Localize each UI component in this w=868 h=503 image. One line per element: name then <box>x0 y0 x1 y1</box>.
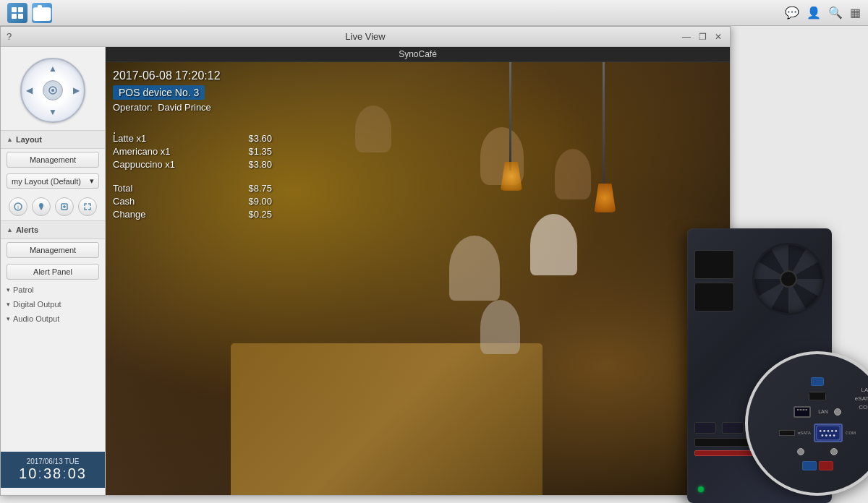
alerts-section-header[interactable]: ▲ Alerts <box>1 220 105 239</box>
alerts-management-button[interactable]: Management <box>7 242 99 258</box>
pos-total-row: Total $8.75 <box>113 183 272 194</box>
camera-app-icon[interactable] <box>32 3 52 23</box>
close-button[interactable]: ✕ <box>712 31 724 43</box>
layout-management-button[interactable]: Management <box>7 152 99 168</box>
person-silhouette-2 <box>555 149 591 199</box>
svg-text:i: i <box>17 205 19 210</box>
esata-port <box>779 430 795 436</box>
usb3-port <box>811 377 824 386</box>
ptz-circle: ▲ ▼ ◀ ▶ <box>20 58 85 123</box>
pos-divider <box>113 172 272 179</box>
table-surface <box>231 343 543 495</box>
ptz-up-button[interactable]: ▲ <box>48 64 57 74</box>
chat-icon[interactable]: 💬 <box>785 6 799 20</box>
alerts-chevron-icon: ▲ <box>7 226 13 233</box>
port-labels: LAN eSATA COM <box>855 387 868 410</box>
digital-output-chevron-icon: ▾ <box>7 301 10 308</box>
fullscreen-button[interactable] <box>78 197 97 216</box>
pos-item-row-1: Americano x1 $1.35 <box>113 146 272 157</box>
hdmi-port-row <box>779 392 856 400</box>
person-silhouette-6 <box>355 106 391 152</box>
svg-rect-6 <box>38 5 42 9</box>
svg-point-18 <box>831 429 833 431</box>
lan-port <box>793 406 811 418</box>
esata-label-inline: eSATA <box>798 431 811 435</box>
layout-dropdown-value: my Layout (Default) <box>12 177 81 186</box>
patrol-section[interactable]: ▾ Patrol <box>1 283 105 297</box>
pos-item-row-0: Latte x1 $3.60 <box>113 133 272 144</box>
pos-overlay: 2017-06-08 17:20:12 POS device No. 3 Ope… <box>113 69 272 222</box>
svg-point-23 <box>833 434 835 437</box>
apps-icon[interactable] <box>7 3 27 23</box>
pos-items: Latte x1 $3.60 Americano x1 $1.35 Cappuc… <box>113 133 272 170</box>
time-minutes: 38 <box>43 465 62 481</box>
colon2: : <box>62 465 68 481</box>
ptz-right-button[interactable]: ▶ <box>73 85 80 95</box>
app-body: ▲ ▼ ◀ ▶ ▲ Layout Management <box>1 47 730 495</box>
person-silhouette-4 <box>530 214 577 275</box>
nas-hdd-slots <box>694 250 734 311</box>
lan-label-inline: LAN <box>818 409 828 414</box>
lan-port-label: LAN <box>855 387 868 393</box>
nas-fan <box>752 243 825 315</box>
svg-rect-3 <box>18 14 23 19</box>
layout-dropdown[interactable]: my Layout (Default) ▾ <box>7 173 99 189</box>
hdmi-port <box>809 392 826 400</box>
esata-port-label: eSATA <box>855 395 868 402</box>
help-button[interactable]: ? <box>7 31 12 42</box>
audio-output-label: Audio Output <box>13 314 59 323</box>
pos-spacer: . <box>113 124 272 127</box>
patrol-label: Patrol <box>13 285 34 294</box>
taskbar-right: 💬 👤 🔍 ▦ <box>785 6 861 20</box>
pos-change-row: Change $0.25 <box>113 209 272 220</box>
alerts-label: Alerts <box>16 225 38 234</box>
menu-icon[interactable]: ▦ <box>850 6 861 20</box>
nas-usb-1 <box>694 422 716 434</box>
digital-output-section[interactable]: ▾ Digital Output <box>1 297 105 311</box>
serial-port <box>814 424 843 442</box>
colon1: : <box>38 465 43 481</box>
location-button[interactable] <box>32 197 51 216</box>
pos-device: POS device No. 3 <box>113 85 205 100</box>
com-label-inline: COM <box>846 431 856 435</box>
camera-title-bar: SynoCafé <box>106 47 730 62</box>
expand-button[interactable] <box>55 197 74 216</box>
title-bar: ? Live View — ❐ ✕ <box>1 27 730 47</box>
search-icon[interactable]: 🔍 <box>828 6 843 20</box>
user-icon[interactable]: 👤 <box>807 6 821 20</box>
ptz-left-button[interactable]: ◀ <box>26 85 33 95</box>
sidebar: ▲ ▼ ◀ ▶ ▲ Layout Management <box>1 47 106 495</box>
item-name-0: Latte x1 <box>113 133 146 144</box>
restore-button[interactable]: ❐ <box>697 31 708 43</box>
svg-point-15 <box>820 429 822 431</box>
item-price-2: $3.80 <box>248 159 272 170</box>
nas-power-led <box>698 486 704 492</box>
sidebar-toolbar: i <box>1 193 105 220</box>
patrol-chevron-icon: ▾ <box>7 286 10 293</box>
layout-section-header[interactable]: ▲ Layout <box>1 130 105 149</box>
ptz-center[interactable] <box>43 80 63 100</box>
info-button[interactable]: i <box>9 197 27 216</box>
ptz-down-button[interactable]: ▼ <box>48 107 57 117</box>
person-silhouette-3 <box>449 236 500 301</box>
minimize-button[interactable]: — <box>681 31 692 43</box>
alert-panel-button[interactable]: Alert Panel <box>7 264 99 280</box>
time-hours: 10 <box>19 465 38 481</box>
total-value: $8.75 <box>248 183 272 194</box>
svg-point-20 <box>822 434 824 437</box>
pos-operator: Operator: David Prince <box>113 102 272 113</box>
usb-blue-bottom <box>802 461 817 470</box>
audio-output-section[interactable]: ▾ Audio Output <box>1 311 105 326</box>
svg-rect-14 <box>817 426 840 440</box>
serial-dots-svg <box>815 424 841 442</box>
window-controls: — ❐ ✕ <box>681 31 724 43</box>
operator-name: David Prince <box>158 102 211 113</box>
usb-red-bottom <box>819 461 833 470</box>
pos-total-section: Total $8.75 Cash $9.00 Change $0.25 <box>113 183 272 220</box>
svg-point-16 <box>823 429 825 431</box>
change-value: $0.25 <box>248 209 272 220</box>
camera-name: SynoCafé <box>399 49 437 59</box>
time-seconds: 03 <box>68 465 87 481</box>
svg-point-22 <box>829 434 831 437</box>
nas-device: LAN eSATA COM <box>637 214 868 503</box>
